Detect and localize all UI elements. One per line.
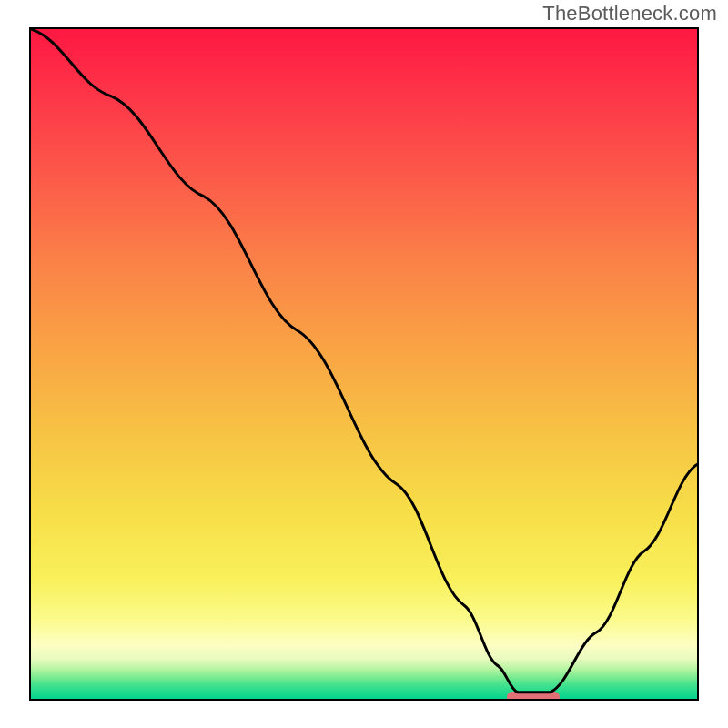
chart-container: TheBottleneck.com [0, 0, 728, 728]
watermark-text: TheBottleneck.com [542, 2, 717, 25]
bottleneck-curve [31, 29, 697, 699]
plot-area [29, 27, 699, 701]
curve-path [31, 29, 697, 693]
